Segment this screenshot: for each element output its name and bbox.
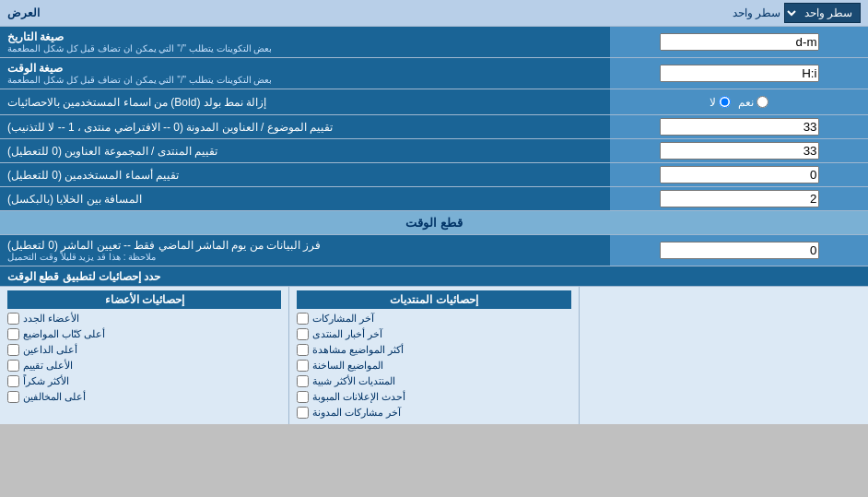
cb-posts-4-label: المواضيع الساخنة bbox=[312, 360, 383, 372]
cb-members-3[interactable] bbox=[7, 344, 19, 356]
checkbox-item: أعلى المخالفين bbox=[7, 389, 281, 405]
bold-radio-yes-label: نعم bbox=[738, 96, 768, 109]
date-format-input[interactable]: d-m bbox=[660, 33, 819, 51]
bold-radio-group: نعم لا bbox=[702, 96, 776, 109]
cell-spacing-label-section: المسافة بين الخلايا (بالبكسل) bbox=[0, 187, 610, 210]
line-select[interactable]: سطر واحد سطرين ثلاثة أسطر bbox=[784, 3, 861, 23]
cb-posts-4[interactable] bbox=[297, 360, 309, 372]
checkbox-item: المواضيع الساخنة bbox=[297, 358, 570, 373]
topic-align-label: تقييم الموضوع / العناوين المدونة (0 -- ا… bbox=[7, 121, 333, 134]
bold-radio-section: نعم لا bbox=[610, 89, 868, 114]
forum-align-label-section: تقييم المنتدى / المجموعة العناوين (0 للت… bbox=[0, 139, 610, 162]
cb-posts-7-label: آخر مشاركات المدونة bbox=[312, 407, 401, 419]
user-align-row: 0 تقييم أسماء المستخدمين (0 للتعطيل) bbox=[0, 163, 868, 187]
checkbox-item: أحدث الإعلانات المبوبة bbox=[297, 389, 570, 405]
posts-col-header: إحصائيات المنتديات bbox=[297, 290, 570, 309]
cb-members-5-label: الأكثر شكراً bbox=[23, 375, 69, 387]
cb-members-2[interactable] bbox=[7, 328, 19, 340]
cb-members-6-label: أعلى المخالفين bbox=[23, 391, 86, 403]
cb-posts-3[interactable] bbox=[297, 344, 309, 356]
cb-members-4-label: الأعلى تقييم bbox=[23, 360, 73, 372]
bold-label-section: إزالة نمط بولد (Bold) من اسماء المستخدمي… bbox=[0, 89, 610, 114]
time-format-sublabel: بعض التكوينات يتطلب "/" التي يمكن ان تضا… bbox=[7, 75, 272, 85]
forum-align-row: 33 تقييم المنتدى / المجموعة العناوين (0 … bbox=[0, 139, 868, 163]
topic-align-input-section: 33 bbox=[610, 115, 868, 138]
filter-time-input[interactable]: 0 bbox=[660, 242, 819, 259]
time-input-section: H:i bbox=[610, 58, 868, 89]
user-align-label: تقييم أسماء المستخدمين (0 للتعطيل) bbox=[7, 169, 179, 182]
checkbox-item: الأعلى تقييم bbox=[7, 358, 281, 373]
bold-label: إزالة نمط بولد (Bold) من اسماء المستخدمي… bbox=[7, 96, 266, 109]
cb-posts-2-label: آخر أخبار المنتدى bbox=[312, 328, 382, 340]
date-label-section: صيغة التاريخ بعض التكوينات يتطلب "/" الت… bbox=[0, 27, 610, 57]
checkbox-item: الأعضاء الجدد bbox=[7, 311, 281, 326]
main-container: سطر واحد سطرين ثلاثة أسطر سطر واحد العرض… bbox=[0, 0, 868, 424]
forum-align-label: تقييم المنتدى / المجموعة العناوين (0 للت… bbox=[7, 145, 217, 158]
members-col: إحصائيات الأعضاء الأعضاء الجدد أعلى كتّا… bbox=[0, 287, 288, 424]
date-format-sublabel: بعض التكوينات يتطلب "/" التي يمكن ان تضا… bbox=[7, 43, 272, 53]
bold-radio-yes[interactable] bbox=[757, 96, 768, 108]
bold-radio-no[interactable] bbox=[719, 96, 731, 108]
date-format-row: d-m صيغة التاريخ بعض التكوينات يتطلب "/"… bbox=[0, 27, 868, 58]
forum-align-input-section: 33 bbox=[610, 139, 868, 162]
cb-posts-7[interactable] bbox=[297, 407, 309, 419]
header-row: سطر واحد سطرين ثلاثة أسطر سطر واحد العرض bbox=[0, 0, 868, 27]
topic-align-input[interactable]: 33 bbox=[660, 118, 819, 136]
cb-posts-1[interactable] bbox=[297, 313, 309, 325]
filter-time-input-section: 0 bbox=[610, 235, 868, 266]
topic-align-row: 33 تقييم الموضوع / العناوين المدونة (0 -… bbox=[0, 115, 868, 139]
time-format-row: H:i صيغة الوقت بعض التكوينات يتطلب "/" ا… bbox=[0, 58, 868, 89]
bold-remove-row: نعم لا إزالة نمط بولد (Bold) من اسماء ال… bbox=[0, 89, 868, 115]
checkbox-item: الأكثر شكراً bbox=[7, 373, 281, 389]
cb-posts-6-label: أحدث الإعلانات المبوبة bbox=[312, 391, 405, 403]
time-cut-section-header: قطع الوقت bbox=[0, 211, 868, 235]
cb-members-1[interactable] bbox=[7, 313, 19, 325]
cb-members-4[interactable] bbox=[7, 360, 19, 372]
cb-posts-5-label: المنتديات الأكثر شبية bbox=[312, 375, 395, 387]
stats-apply-label: حدد إحصائيات لتطبيق قطع الوقت bbox=[7, 270, 160, 283]
filter-time-row: 0 فرز البيانات من يوم الماشر الماضي فقط … bbox=[0, 235, 868, 266]
checkbox-item: أكثر المواضيع مشاهدة bbox=[297, 342, 570, 358]
posts-col: إحصائيات المنتديات آخر المشاركات آخر أخب… bbox=[288, 287, 578, 424]
filter-time-note: ملاحظة : هذا قد يزيد قليلاً وقت التحميل bbox=[7, 252, 156, 262]
members-col-header: إحصائيات الأعضاء bbox=[7, 290, 281, 309]
cb-members-5[interactable] bbox=[7, 375, 19, 387]
cell-spacing-input[interactable]: 2 bbox=[660, 190, 819, 207]
user-align-input-section: 0 bbox=[610, 163, 868, 186]
user-align-input[interactable]: 0 bbox=[660, 166, 819, 183]
checkboxes-section: إحصائيات المنتديات آخر المشاركات آخر أخب… bbox=[0, 287, 868, 424]
checkbox-item: أعلى الداعين bbox=[7, 342, 281, 358]
line-select-label: سطر واحد bbox=[733, 6, 780, 19]
empty-left-col bbox=[579, 287, 868, 424]
line-select-wrap: سطر واحد سطرين ثلاثة أسطر سطر واحد bbox=[733, 3, 861, 23]
cb-members-2-label: أعلى كتّاب المواضيع bbox=[23, 328, 105, 340]
forum-align-input[interactable]: 33 bbox=[660, 142, 819, 160]
cell-spacing-input-section: 2 bbox=[610, 187, 868, 210]
cb-members-1-label: الأعضاء الجدد bbox=[23, 313, 79, 325]
display-label: العرض bbox=[7, 6, 40, 19]
cb-members-6[interactable] bbox=[7, 391, 19, 403]
cb-posts-3-label: أكثر المواضيع مشاهدة bbox=[312, 344, 404, 356]
bold-radio-no-label: لا bbox=[710, 96, 731, 109]
user-align-label-section: تقييم أسماء المستخدمين (0 للتعطيل) bbox=[0, 163, 610, 186]
checkbox-item: آخر المشاركات bbox=[297, 311, 570, 326]
cb-posts-2[interactable] bbox=[297, 328, 309, 340]
date-format-label: صيغة التاريخ bbox=[7, 30, 64, 43]
date-input-section: d-m bbox=[610, 27, 868, 57]
filter-time-label: فرز البيانات من يوم الماشر الماضي فقط --… bbox=[7, 239, 321, 252]
checkbox-item: أعلى كتّاب المواضيع bbox=[7, 326, 281, 342]
time-format-input[interactable]: H:i bbox=[660, 65, 819, 82]
topic-align-label-section: تقييم الموضوع / العناوين المدونة (0 -- ا… bbox=[0, 115, 610, 138]
cb-posts-6[interactable] bbox=[297, 391, 309, 403]
cb-posts-1-label: آخر المشاركات bbox=[312, 313, 374, 325]
stats-apply-row: حدد إحصائيات لتطبيق قطع الوقت bbox=[0, 266, 868, 287]
checkbox-item: المنتديات الأكثر شبية bbox=[297, 373, 570, 389]
cb-posts-5[interactable] bbox=[297, 375, 309, 387]
cell-spacing-row: 2 المسافة بين الخلايا (بالبكسل) bbox=[0, 187, 868, 211]
cell-spacing-label: المسافة بين الخلايا (بالبكسل) bbox=[7, 193, 142, 206]
cb-members-3-label: أعلى الداعين bbox=[23, 344, 77, 356]
filter-time-label-section: فرز البيانات من يوم الماشر الماضي فقط --… bbox=[0, 235, 610, 266]
time-format-label: صيغة الوقت bbox=[7, 62, 63, 75]
checkbox-item: آخر مشاركات المدونة bbox=[297, 405, 570, 420]
time-label-section: صيغة الوقت بعض التكوينات يتطلب "/" التي … bbox=[0, 58, 610, 89]
